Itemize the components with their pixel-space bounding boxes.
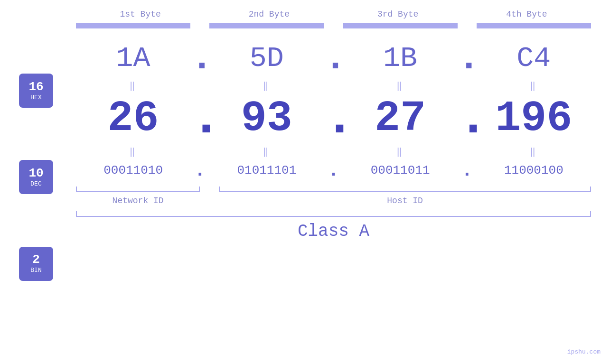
host-bracket xyxy=(219,187,591,192)
eq-2-1: ‖ xyxy=(76,146,190,158)
bin-row: 00011010 . 01011101 . 00011011 . 1100010… xyxy=(76,159,591,183)
dec-badge-label: DEC xyxy=(30,180,41,187)
watermark: ipshu.com xyxy=(567,348,601,355)
byte-headers: 1st Byte 2nd Byte 3rd Byte 4th Byte xyxy=(76,9,591,19)
class-label: Class A xyxy=(76,222,591,241)
bin-val-4: 11000100 xyxy=(477,159,591,183)
content-area: 1st Byte 2nd Byte 3rd Byte 4th Byte 1A .… xyxy=(76,9,591,241)
dec-dot-2: . xyxy=(324,93,343,145)
host-id-label: Host ID xyxy=(219,196,591,205)
bracket-spacer-2 xyxy=(324,23,343,28)
dec-badge: 10 DEC xyxy=(19,160,53,194)
equals-row-2: ‖ ‖ ‖ ‖ xyxy=(76,146,591,158)
bin-val-2: 01011101 xyxy=(209,159,324,183)
class-bracket-line xyxy=(76,211,591,217)
hex-dot-3: . xyxy=(458,39,477,77)
hex-badge-label: HEX xyxy=(30,94,41,101)
network-id-label: Network ID xyxy=(76,196,200,205)
bin-val-1: 00011010 xyxy=(76,159,190,183)
dec-val-1: 26 xyxy=(76,93,190,145)
network-bracket xyxy=(76,187,200,192)
dec-val-2: 93 xyxy=(209,93,324,145)
hex-badge-number: 16 xyxy=(28,81,43,93)
hex-val-2: 5D xyxy=(209,38,324,79)
byte-header-1: 1st Byte xyxy=(76,9,205,19)
eq-1-1: ‖ xyxy=(76,80,190,92)
bracket-2 xyxy=(209,23,324,28)
id-labels: Network ID Host ID xyxy=(76,196,591,205)
bin-badge-number: 2 xyxy=(32,253,40,266)
dec-dot-1: . xyxy=(190,93,209,145)
hex-val-4: C4 xyxy=(477,38,591,79)
dec-badge-number: 10 xyxy=(28,167,43,179)
bin-dot-3: . xyxy=(458,161,477,180)
dec-val-4: 196 xyxy=(477,93,591,145)
id-spacer xyxy=(200,196,219,205)
eq-2-4: ‖ xyxy=(477,146,591,158)
bracket-3 xyxy=(343,23,458,28)
bin-dot-1: . xyxy=(190,161,209,180)
bin-val-3: 00011011 xyxy=(343,159,458,183)
byte-header-4: 4th Byte xyxy=(462,9,591,19)
bracket-1 xyxy=(76,23,190,28)
bracket-spacer-3 xyxy=(458,23,477,28)
eq-2-2: ‖ xyxy=(209,146,324,158)
bracket-4 xyxy=(477,23,591,28)
byte-header-2: 2nd Byte xyxy=(205,9,333,19)
dec-val-3: 27 xyxy=(343,93,458,145)
row-labels: 16 HEX 10 DEC 2 BIN xyxy=(19,0,53,364)
class-bracket-area: Class A xyxy=(76,211,591,241)
bottom-spacer xyxy=(200,187,219,192)
hex-row: 1A . 5D . 1B . C4 xyxy=(76,38,591,79)
dec-dot-3: . xyxy=(458,93,477,145)
bin-badge: 2 BIN xyxy=(19,247,53,281)
top-brackets xyxy=(76,23,591,28)
eq-1-3: ‖ xyxy=(343,80,458,92)
main-container: 16 HEX 10 DEC 2 BIN 1st Byte 2nd Byte 3r… xyxy=(0,0,610,364)
bottom-brackets xyxy=(76,187,591,192)
hex-badge: 16 HEX xyxy=(19,74,53,108)
bin-badge-label: BIN xyxy=(30,267,41,274)
hex-dot-1: . xyxy=(190,39,209,77)
dec-row: 26 . 93 . 27 . 196 xyxy=(76,93,591,145)
bracket-spacer-1 xyxy=(190,23,209,28)
hex-val-3: 1B xyxy=(343,38,458,79)
eq-2-3: ‖ xyxy=(343,146,458,158)
eq-1-2: ‖ xyxy=(209,80,324,92)
byte-header-3: 3rd Byte xyxy=(334,9,462,19)
bin-dot-2: . xyxy=(324,161,343,180)
hex-val-1: 1A xyxy=(76,38,190,79)
hex-dot-2: . xyxy=(324,39,343,77)
eq-1-4: ‖ xyxy=(477,80,591,92)
